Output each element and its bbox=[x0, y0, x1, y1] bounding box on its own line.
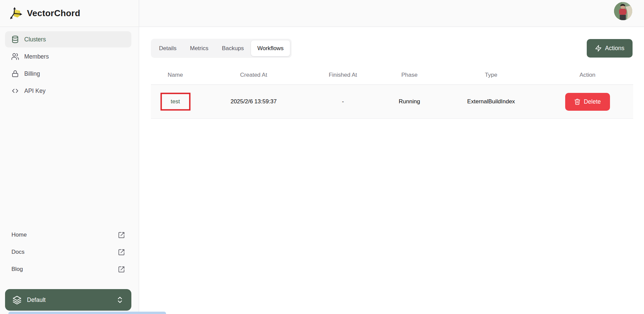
code-icon bbox=[11, 87, 19, 95]
topbar bbox=[139, 0, 644, 27]
workflow-name-cell: test bbox=[151, 85, 200, 118]
sidebar-link-label: Blog bbox=[11, 266, 23, 273]
app-title: VectorChord bbox=[27, 8, 80, 19]
sidebar-nav: Clusters Members Billing bbox=[5, 31, 131, 99]
bottom-edge-strip bbox=[8, 312, 166, 314]
column-header-name: Name bbox=[151, 66, 200, 84]
user-avatar[interactable] bbox=[614, 2, 632, 20]
tab-details[interactable]: Details bbox=[153, 40, 183, 56]
sidebar-item-label: Members bbox=[24, 53, 49, 60]
zap-icon bbox=[595, 45, 602, 52]
sidebar-link-home[interactable]: Home bbox=[5, 227, 131, 243]
database-icon bbox=[11, 35, 19, 43]
sidebar-link-docs[interactable]: Docs bbox=[5, 244, 131, 260]
workflow-phase: Running bbox=[378, 85, 441, 118]
sidebar-item-label: Billing bbox=[24, 70, 40, 77]
table-row: test 2025/2/6 13:59:37 - Running Externa… bbox=[151, 84, 633, 119]
column-header-created-at: Created At bbox=[200, 66, 308, 84]
workflows-table: Name Created At Finished At Phase Type A… bbox=[151, 66, 633, 119]
workflow-finished-at: - bbox=[308, 85, 378, 118]
sidebar-item-billing[interactable]: Billing bbox=[5, 66, 131, 82]
external-link-icon bbox=[118, 232, 125, 239]
external-link-icon bbox=[118, 266, 125, 273]
sidebar-item-api-key[interactable]: API Key bbox=[5, 83, 131, 99]
org-switcher-label: Default bbox=[27, 296, 110, 304]
sidebar-link-label: Docs bbox=[11, 249, 25, 255]
sidebar-link-blog[interactable]: Blog bbox=[5, 261, 131, 277]
workflow-type: ExternalBuildIndex bbox=[441, 85, 542, 118]
app-logo: VectorChord bbox=[0, 0, 139, 27]
workflow-created-at: 2025/2/6 13:59:37 bbox=[200, 85, 308, 118]
workflow-action-cell: Delete bbox=[542, 85, 633, 118]
lock-icon bbox=[11, 70, 19, 78]
vectorchord-logo-icon bbox=[10, 6, 24, 21]
sidebar-item-label: Clusters bbox=[24, 36, 46, 43]
delete-button-label: Delete bbox=[584, 98, 601, 105]
sidebar-item-clusters[interactable]: Clusters bbox=[5, 31, 131, 47]
sidebar-external-links: Home Docs Blog bbox=[5, 227, 131, 277]
actions-button-label: Actions bbox=[605, 45, 624, 52]
layers-icon bbox=[12, 295, 22, 305]
workflow-name-link[interactable]: test bbox=[171, 98, 180, 105]
sidebar-item-label: API Key bbox=[24, 88, 45, 95]
external-link-icon bbox=[118, 249, 125, 256]
delete-button[interactable]: Delete bbox=[565, 93, 610, 111]
users-icon bbox=[11, 53, 19, 61]
org-switcher-button[interactable]: Default bbox=[5, 289, 131, 311]
column-header-finished-at: Finished At bbox=[308, 66, 378, 84]
sidebar-item-members[interactable]: Members bbox=[5, 48, 131, 65]
trash-icon bbox=[574, 98, 581, 105]
sidebar: VectorChord Clusters Memb bbox=[0, 0, 139, 314]
table-header-row: Name Created At Finished At Phase Type A… bbox=[151, 66, 633, 84]
tab-metrics[interactable]: Metrics bbox=[184, 40, 215, 56]
main-content: Details Metrics Backups Workflows Action… bbox=[139, 27, 644, 314]
tab-workflows[interactable]: Workflows bbox=[251, 40, 290, 56]
column-header-type: Type bbox=[441, 66, 542, 84]
column-header-phase: Phase bbox=[378, 66, 441, 84]
sidebar-link-label: Home bbox=[11, 232, 27, 238]
actions-button[interactable]: Actions bbox=[587, 39, 633, 58]
column-header-action: Action bbox=[542, 66, 633, 84]
cluster-tabs: Details Metrics Backups Workflows bbox=[151, 39, 292, 58]
chevrons-up-down-icon bbox=[116, 296, 124, 304]
tab-backups[interactable]: Backups bbox=[216, 40, 250, 56]
